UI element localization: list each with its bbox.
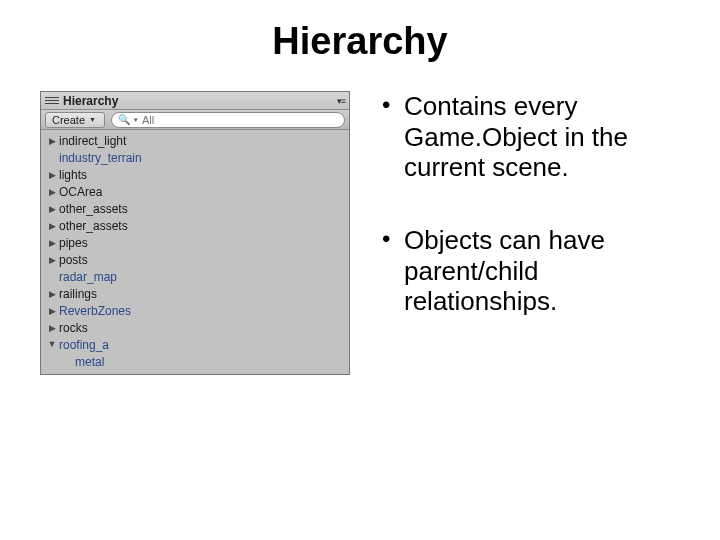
hierarchy-item[interactable]: ▼roofing_a: [41, 336, 349, 353]
hierarchy-item-label: other_assets: [57, 202, 128, 216]
hierarchy-item[interactable]: ▶other_assets: [41, 200, 349, 217]
search-field[interactable]: 🔍 ▾: [111, 112, 345, 128]
bullet-item: Contains every Game.Object in the curren…: [380, 91, 680, 183]
hierarchy-item-label: railings: [57, 287, 97, 301]
search-input[interactable]: [142, 114, 338, 126]
hierarchy-item-label: roofing_a: [57, 338, 109, 352]
hierarchy-item[interactable]: ▶railings: [41, 285, 349, 302]
expand-arrow-icon[interactable]: ▶: [47, 238, 57, 248]
hierarchy-item-label: pipes: [57, 236, 88, 250]
panel-tab-title: Hierarchy: [63, 94, 118, 108]
expand-arrow-icon[interactable]: ▶: [47, 187, 57, 197]
create-button[interactable]: Create ▼: [45, 112, 105, 128]
hierarchy-item-label: metal: [73, 355, 104, 369]
hierarchy-item[interactable]: metal: [41, 353, 349, 370]
hierarchy-item[interactable]: industry_terrain: [41, 149, 349, 166]
hierarchy-item[interactable]: ▶indirect_light: [41, 132, 349, 149]
slide-title: Hierarchy: [40, 20, 680, 63]
chevron-down-icon: ▼: [89, 116, 96, 123]
expand-arrow-icon[interactable]: ▶: [47, 170, 57, 180]
expand-arrow-icon[interactable]: ▶: [47, 289, 57, 299]
bullet-item: Objects can have parent/child relationsh…: [380, 225, 680, 317]
hierarchy-panel: Hierarchy ▾≡ Create ▼ 🔍 ▾ ▶indirect_ligh…: [40, 91, 350, 375]
hierarchy-tree: ▶indirect_lightindustry_terrain▶lights▶O…: [41, 130, 349, 374]
expand-arrow-icon[interactable]: ▶: [47, 306, 57, 316]
bullet-list: Contains every Game.Object in the curren…: [380, 91, 680, 375]
hamburger-icon: [45, 97, 59, 104]
expand-arrow-icon[interactable]: ▶: [47, 221, 57, 231]
hierarchy-item[interactable]: ▶posts: [41, 251, 349, 268]
hierarchy-item-label: indirect_light: [57, 134, 126, 148]
hierarchy-item[interactable]: ▶other_assets: [41, 217, 349, 234]
hierarchy-item-label: OCArea: [57, 185, 102, 199]
hierarchy-item-label: rocks: [57, 321, 88, 335]
hierarchy-item-label: lights: [57, 168, 87, 182]
hierarchy-item[interactable]: radar_map: [41, 268, 349, 285]
hierarchy-item[interactable]: ▶lights: [41, 166, 349, 183]
expand-arrow-icon[interactable]: ▶: [47, 204, 57, 214]
expand-arrow-icon[interactable]: ▶: [47, 136, 57, 146]
panel-menu-icon[interactable]: ▾≡: [337, 96, 345, 106]
chevron-down-icon: ▾: [134, 116, 138, 124]
slide: Hierarchy Hierarchy ▾≡ Create ▼: [0, 0, 720, 540]
hierarchy-item-label: posts: [57, 253, 88, 267]
hierarchy-item[interactable]: ▶rocks: [41, 319, 349, 336]
search-icon: 🔍: [118, 114, 130, 125]
panel-toolbar: Create ▼ 🔍 ▾: [41, 110, 349, 130]
expand-arrow-icon[interactable]: ▶: [47, 323, 57, 333]
create-button-label: Create: [52, 114, 85, 126]
panel-tab[interactable]: Hierarchy ▾≡: [41, 92, 349, 110]
hierarchy-item-label: radar_map: [57, 270, 117, 284]
hierarchy-item[interactable]: ▶OCArea: [41, 183, 349, 200]
hierarchy-item-label: ReverbZones: [57, 304, 131, 318]
expand-arrow-icon[interactable]: ▶: [47, 255, 57, 265]
hierarchy-item-label: other_assets: [57, 219, 128, 233]
hierarchy-item[interactable]: ▶ReverbZones: [41, 302, 349, 319]
hierarchy-item-label: industry_terrain: [57, 151, 142, 165]
hierarchy-panel-wrap: Hierarchy ▾≡ Create ▼ 🔍 ▾ ▶indirect_ligh…: [40, 91, 350, 375]
hierarchy-item[interactable]: ▶pipes: [41, 234, 349, 251]
collapse-arrow-icon[interactable]: ▼: [47, 339, 57, 349]
content-row: Hierarchy ▾≡ Create ▼ 🔍 ▾ ▶indirect_ligh…: [40, 91, 680, 375]
